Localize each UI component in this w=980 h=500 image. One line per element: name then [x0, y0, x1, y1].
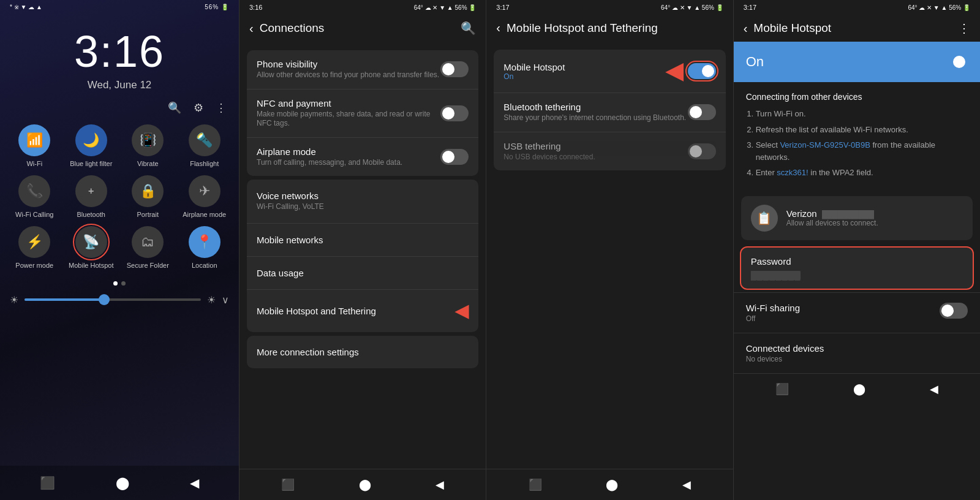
nav-back-p2[interactable]: ◀ — [435, 478, 444, 491]
red-arrow-p2: ◀ — [455, 301, 469, 321]
settings-icon[interactable]: ⚙ — [194, 101, 203, 115]
phone-visibility-item[interactable]: Phone visibility Allow other devices to … — [247, 50, 478, 89]
top-bar-p3: ‹ Mobile Hotspot and Tethering — [486, 15, 733, 41]
mobile-networks-item[interactable]: Mobile networks — [247, 224, 478, 257]
nav-recent-p1[interactable]: ⬛ — [40, 475, 55, 490]
mobile-hotspot-tethering-item[interactable]: Mobile Hotspot and Tethering ◀ — [247, 290, 478, 332]
password-blurred: ████████ — [751, 271, 801, 280]
bluetooth-tethering-item[interactable]: Bluetooth tethering Share your phone's i… — [494, 93, 725, 132]
power-mode-icon: ⚡ — [18, 226, 50, 258]
connecting-section: Connecting from other devices Turn Wi-Fi… — [734, 82, 980, 192]
network-name-link[interactable]: Verizon-SM-G925V-0B9B — [780, 140, 870, 150]
more-button-p4[interactable]: ⋮ — [958, 21, 970, 36]
status-time-p2: 3:16 — [249, 4, 262, 11]
top-bar-left-p3: ‹ Mobile Hotspot and Tethering — [496, 21, 657, 35]
bluetooth-tethering-subtitle: Share your phone's internet connection u… — [503, 113, 687, 123]
back-button-p4[interactable]: ‹ — [744, 21, 748, 36]
nav-back-p3[interactable]: ◀ — [682, 478, 691, 491]
qs-toolbar: 🔍 ⚙ ⋮ — [0, 91, 239, 119]
brightness-fill — [24, 298, 104, 301]
clock-area: 3:16 Wed, June 12 — [0, 26, 239, 91]
nav-bar-p1: ⬛ ⬤ ◀ — [0, 466, 239, 500]
airplane-mode-item[interactable]: Airplane mode Turn off calling, messagin… — [247, 138, 478, 176]
phone-visibility-title: Phone visibility — [257, 59, 440, 69]
nav-home-p1[interactable]: ⬤ — [116, 475, 129, 490]
hotspot-on-bar[interactable]: On — [734, 42, 980, 82]
qs-bluetooth-label: Bluetooth — [77, 211, 105, 219]
wifi-icon: 📶 — [18, 124, 50, 156]
search-button-p2[interactable]: 🔍 — [461, 21, 476, 36]
qs-bluetooth[interactable]: + Bluetooth — [67, 175, 116, 219]
nfc-title: NFC and payment — [257, 98, 440, 108]
brightness-track[interactable] — [24, 298, 201, 301]
phone-visibility-toggle[interactable] — [440, 61, 469, 77]
nav-recent-p3[interactable]: ⬛ — [529, 478, 542, 491]
nav-back-p1[interactable]: ◀ — [190, 475, 199, 490]
mobile-hotspot-tethering-title: Mobile Hotspot and Tethering — [257, 306, 376, 316]
qs-wifi-label: Wi-Fi — [26, 160, 42, 168]
qs-flashlight[interactable]: 🔦 Flashlight — [180, 124, 230, 168]
status-bar-p3: 3:17 64° ☁ ✕ ▼ ▲ 56% 🔋 — [486, 0, 733, 15]
qs-dots — [0, 281, 239, 286]
nav-back-p4[interactable]: ◀ — [930, 382, 938, 396]
password-value: ████████ — [751, 270, 963, 280]
password-link[interactable]: sczk361! — [777, 168, 808, 177]
status-icons-right: 56% 🔋 — [205, 4, 229, 10]
qs-mobile-hotspot-label: Mobile Hotspot — [69, 262, 113, 270]
voice-networks-item[interactable]: Voice networks Wi-Fi Calling, VoLTE — [247, 180, 478, 224]
toggle-thumb — [941, 305, 954, 317]
brightness-expand-icon[interactable]: ∨ — [222, 294, 229, 306]
more-connection-settings-item[interactable]: More connection settings — [247, 336, 478, 368]
network-name-blurred: ██████████ — [822, 210, 874, 219]
screen-title-p3: Mobile Hotspot and Tethering — [507, 21, 658, 35]
top-bar-p4: ‹ Mobile Hotspot ⋮ — [734, 15, 980, 42]
toggle-thumb — [690, 106, 702, 118]
wifi-sharing-toggle[interactable] — [940, 303, 968, 319]
back-button-p3[interactable]: ‹ — [496, 21, 500, 35]
password-section[interactable]: Password ████████ — [741, 248, 973, 289]
nfc-toggle[interactable] — [440, 105, 469, 121]
nav-home-p3[interactable]: ⬤ — [606, 478, 618, 491]
qs-wifi-calling-label: Wi-Fi Calling — [15, 211, 53, 219]
search-icon[interactable]: 🔍 — [168, 101, 181, 115]
connected-devices-item[interactable]: Connected devices No devices — [734, 333, 980, 373]
mobile-hotspot-toggle[interactable] — [688, 63, 716, 79]
qs-location[interactable]: 📍 Location — [180, 226, 230, 270]
qs-wifi-calling[interactable]: 📞 Wi-Fi Calling — [10, 175, 59, 219]
qs-secure-folder[interactable]: 🗂 Secure Folder — [123, 226, 173, 270]
bluetooth-icon: + — [75, 175, 107, 207]
more-icon[interactable]: ⋮ — [216, 101, 227, 115]
bluetooth-tethering-toggle[interactable] — [688, 104, 716, 120]
panel-connections: 3:16 64° ☁ ✕ ▼ ▲ 56% 🔋 ‹ Connections 🔍 P… — [239, 0, 486, 500]
hotspot-on-toggle[interactable] — [936, 53, 968, 71]
usb-tethering-toggle[interactable] — [688, 143, 716, 159]
usb-tethering-subtitle: No USB devices connected. — [503, 153, 687, 162]
data-usage-item[interactable]: Data usage — [247, 257, 478, 290]
nav-recent-p2[interactable]: ⬛ — [281, 478, 295, 491]
usb-tethering-item[interactable]: USB tethering No USB devices connected. — [494, 132, 725, 171]
back-button-p2[interactable]: ‹ — [249, 21, 254, 36]
status-right-p2: 64° ☁ ✕ ▼ ▲ 56% 🔋 — [414, 4, 477, 11]
wifi-sharing-item[interactable]: Wi-Fi sharing Off — [734, 292, 980, 333]
brightness-thumb[interactable] — [99, 294, 110, 305]
portrait-icon: 🔒 — [132, 175, 164, 207]
nfc-item[interactable]: NFC and payment Make mobile payments, sh… — [247, 89, 478, 138]
qs-wifi[interactable]: 📶 Wi-Fi — [10, 124, 59, 168]
qs-mobile-hotspot[interactable]: 📡 Mobile Hotspot — [67, 226, 116, 270]
mobile-hotspot-p3-title: Mobile Hotspot — [503, 62, 665, 72]
qs-airplane[interactable]: ✈ Airplane mode — [180, 175, 230, 219]
airplane-mode-toggle[interactable] — [440, 149, 469, 165]
top-bar-p2: ‹ Connections 🔍 — [239, 15, 486, 42]
dot-2 — [121, 281, 126, 286]
qs-portrait[interactable]: 🔒 Portrait — [123, 175, 173, 219]
clock-date: Wed, June 12 — [0, 79, 239, 91]
brightness-bar[interactable]: ☀ ☀ ∨ — [0, 292, 239, 308]
mobile-hotspot-icon: 📡 — [75, 226, 107, 258]
qs-power-mode[interactable]: ⚡ Power mode — [10, 226, 59, 270]
mobile-hotspot-item[interactable]: Mobile Hotspot On ◀ — [494, 50, 725, 93]
nav-home-p4[interactable]: ⬤ — [853, 382, 865, 396]
nav-recent-p4[interactable]: ⬛ — [775, 382, 789, 396]
qs-blue-light[interactable]: 🌙 Blue light filter — [67, 124, 116, 168]
qs-vibrate[interactable]: 📳 Vibrate — [123, 124, 173, 168]
nav-home-p2[interactable]: ⬤ — [359, 478, 371, 491]
